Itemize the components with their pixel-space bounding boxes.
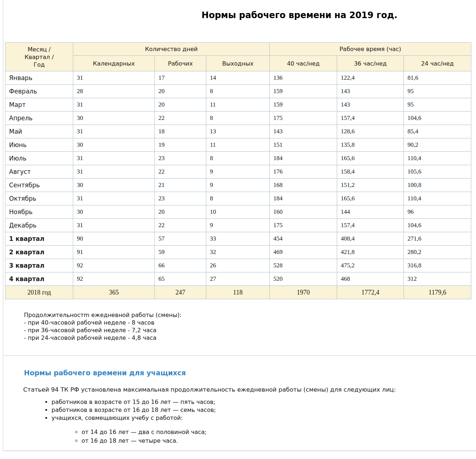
header-24h-week: 24 час/нед xyxy=(404,56,471,71)
table-row: 2 квартал915932469421,8280,2 xyxy=(5,246,471,259)
table-row: Октябрь31238184165,6110,4 xyxy=(5,192,471,205)
cell-value: 10 xyxy=(206,205,270,219)
row-label: 2 квартал xyxy=(5,246,73,259)
row-label: Июль xyxy=(5,152,73,165)
year-total-24h: 1179,6 xyxy=(404,286,471,299)
page-content: Нормы рабочего времени на 2019 год. Меся… xyxy=(3,0,476,451)
cell-value: 100,8 xyxy=(404,179,471,192)
table-row: Сентябрь30219168151,2100,8 xyxy=(5,179,471,192)
cell-value: 65 xyxy=(155,272,206,286)
row-label: Ноябрь xyxy=(5,205,73,219)
notes-line-40h: - при 40-часовой рабочей неделе - 8 часо… xyxy=(24,319,476,326)
cell-value: 157,4 xyxy=(337,219,404,232)
table-row: Август31229176158,4105,6 xyxy=(5,165,471,179)
students-section-intro: Статьей 94 ТК РФ установлена максимальна… xyxy=(23,386,476,393)
cell-value: 143 xyxy=(270,125,337,138)
cell-value: 158,4 xyxy=(337,165,404,179)
students-section-heading: Нормы рабочего времени для учащихся xyxy=(24,369,476,377)
cell-value: 159 xyxy=(270,85,337,98)
row-label: Январь xyxy=(5,71,73,85)
table-row: Июль31238184165,6110,4 xyxy=(5,152,471,165)
cell-value: 122,4 xyxy=(337,71,404,85)
cell-value: 30 xyxy=(73,205,155,219)
cell-value: 128,6 xyxy=(337,125,404,138)
cell-value: 22 xyxy=(155,112,206,125)
cell-value: 136 xyxy=(270,71,337,85)
list-item: от 14 до 16 лет — два с половиной часа; xyxy=(82,428,476,437)
cell-value: 468 xyxy=(337,272,404,286)
table-row: Май311813143128,685,4 xyxy=(5,125,471,138)
cell-value: 110,4 xyxy=(404,152,471,165)
table-row: Февраль2820815914395 xyxy=(5,85,471,98)
row-label: Июнь xyxy=(5,138,73,152)
list-item: работников в возрасте от 15 до 16 лет — … xyxy=(51,398,476,406)
cell-value: 144 xyxy=(337,205,404,219)
page-title: Нормы рабочего времени на 2019 год. xyxy=(123,10,476,20)
header-group-row: Месяц / Квартал / Год Количество дней Ра… xyxy=(5,43,471,56)
daily-duration-notes: Продолжительностm ежедневной работы (сме… xyxy=(24,311,476,342)
cell-value: 160 xyxy=(270,205,337,219)
cell-value: 8 xyxy=(206,192,270,205)
table-row: Январь311714136122,481,6 xyxy=(5,71,471,85)
cell-value: 157,4 xyxy=(337,112,404,125)
cell-value: 20 xyxy=(155,205,206,219)
header-working-days: Рабочих xyxy=(155,56,206,71)
table-row: Ноябрь30201016014496 xyxy=(5,205,471,219)
header-weekend-days: Выходных xyxy=(206,56,270,71)
table-footer: 2018 год 365 247 118 1970 1772,4 1179,6 xyxy=(5,286,471,299)
cell-value: 408,4 xyxy=(337,232,404,246)
header-calendar-days: Календарных xyxy=(73,56,155,71)
cell-value: 26 xyxy=(206,259,270,272)
cell-value: 165,6 xyxy=(337,152,404,165)
cell-value: 66 xyxy=(155,259,206,272)
cell-value: 11 xyxy=(206,138,270,152)
notes-line-24h: - при 24-часовой рабочей неделе - 4,8 ча… xyxy=(24,334,476,342)
cell-value: 92 xyxy=(73,259,155,272)
row-label: Апрель xyxy=(5,112,73,125)
cell-value: 31 xyxy=(73,192,155,205)
header-hours-group: Рабочее время (час) xyxy=(270,43,471,56)
cell-value: 96 xyxy=(404,205,471,219)
year-total-calendar: 365 xyxy=(73,286,155,299)
cell-value: 31 xyxy=(73,165,155,179)
cell-value: 23 xyxy=(155,192,206,205)
cell-value: 11 xyxy=(206,98,270,112)
table-header: Месяц / Квартал / Год Количество дней Ра… xyxy=(5,43,471,71)
row-label: 4 квартал xyxy=(5,272,73,286)
table-row: 3 квартал926626528475,2316,8 xyxy=(5,259,471,272)
list-item: от 16 до 18 лет — четыре часа. xyxy=(82,437,476,445)
cell-value: 81,6 xyxy=(404,71,471,85)
cell-value: 31 xyxy=(73,98,155,112)
cell-value: 14 xyxy=(206,71,270,85)
notes-line-36h: - при 36-часовой рабочей неделе - 7,2 ча… xyxy=(24,326,476,334)
cell-value: 528 xyxy=(270,259,337,272)
row-label: Февраль xyxy=(5,85,73,98)
header-36h-week: 36 час/нед xyxy=(337,56,404,71)
working-time-norms-table: Месяц / Квартал / Год Количество дней Ра… xyxy=(5,42,471,299)
notes-title: Продолжительностm ежедневной работы (сме… xyxy=(24,311,476,319)
cell-value: 168 xyxy=(270,179,337,192)
row-label: Август xyxy=(5,165,73,179)
cell-value: 104,6 xyxy=(404,112,471,125)
norms-table-body: Январь311714136122,481,6Февраль282081591… xyxy=(5,71,471,286)
cell-value: 32 xyxy=(206,246,270,259)
cell-value: 95 xyxy=(404,85,471,98)
year-total-label: 2018 год xyxy=(5,286,73,299)
cell-value: 105,6 xyxy=(404,165,471,179)
cell-value: 85,4 xyxy=(404,125,471,138)
cell-value: 13 xyxy=(206,125,270,138)
cell-value: 17 xyxy=(155,71,206,85)
cell-value: 104,6 xyxy=(404,219,471,232)
cell-value: 28 xyxy=(73,85,155,98)
table-row: Март31201115914395 xyxy=(5,98,471,112)
cell-value: 18 xyxy=(155,125,206,138)
row-label: 3 квартал xyxy=(5,259,73,272)
table-row: 4 квартал926527520468312 xyxy=(5,272,471,286)
cell-value: 8 xyxy=(206,112,270,125)
row-label: 1 квартал xyxy=(5,232,73,246)
cell-value: 9 xyxy=(206,165,270,179)
table-row: Апрель30228175157,4104,6 xyxy=(5,112,471,125)
list-item: учащихся, совмещающих учебу с работой: xyxy=(51,414,476,422)
students-combining-list: от 14 до 16 лет — два с половиной часа; … xyxy=(75,428,476,445)
cell-value: 90,2 xyxy=(404,138,471,152)
